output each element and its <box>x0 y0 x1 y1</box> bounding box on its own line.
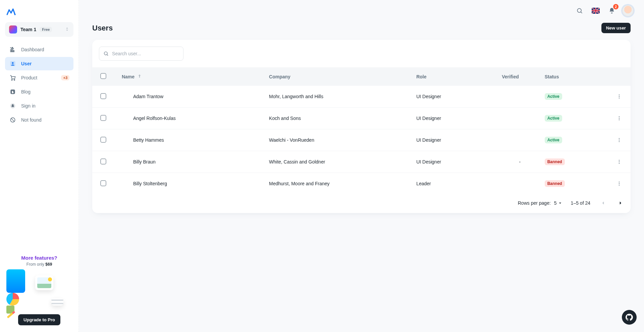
more-vertical-icon <box>616 159 622 164</box>
row-menu-button[interactable] <box>614 114 624 123</box>
col-company[interactable]: Company <box>266 67 413 86</box>
users-card: Name Company Role Verified Status Adam T… <box>92 40 631 213</box>
svg-point-22 <box>619 140 620 140</box>
cell-role: UI Designer <box>413 108 498 129</box>
user-icon <box>9 60 16 67</box>
svg-point-19 <box>619 118 620 119</box>
sidebar-item-blog[interactable]: Blog <box>5 85 73 98</box>
pagination-range: 1–5 of 24 <box>571 200 590 206</box>
cell-status: Active <box>541 86 608 108</box>
cell-status: Banned <box>541 151 608 173</box>
notifications-button[interactable]: 2 <box>606 5 617 16</box>
search-icon <box>103 51 109 57</box>
search-box[interactable] <box>99 47 183 61</box>
row-menu-button[interactable] <box>614 179 624 188</box>
app-logo[interactable] <box>6 7 16 16</box>
notifications-badge: 2 <box>613 4 619 9</box>
svg-point-27 <box>619 182 620 182</box>
sidebar-item-dashboard[interactable]: Dashboard <box>5 43 73 56</box>
svg-point-16 <box>619 96 620 97</box>
rows-per-page-select[interactable]: 5 <box>554 200 563 206</box>
cart-icon <box>9 74 16 81</box>
row-checkbox[interactable] <box>100 158 106 164</box>
row-checkbox[interactable] <box>100 115 106 121</box>
sidebar-item-product[interactable]: Product +3 <box>5 71 73 84</box>
team-switcher[interactable]: Team 1 Free <box>5 22 73 37</box>
row-checkbox[interactable] <box>100 93 106 99</box>
svg-point-8 <box>577 8 581 12</box>
cell-company: Mohr, Langworth and Hills <box>266 86 413 108</box>
table-row: Betty Hammes Waelchi - VonRueden UI Desi… <box>92 129 631 151</box>
topbar: 2 <box>79 0 644 21</box>
sidebar-item-user[interactable]: User <box>5 57 73 70</box>
upgrade-button[interactable]: Upgrade to Pro <box>18 314 60 325</box>
product-count-badge: +3 <box>61 75 69 80</box>
sidebar-item-label: Product <box>21 75 37 80</box>
row-checkbox[interactable] <box>100 180 106 186</box>
team-icon <box>9 25 17 34</box>
table-row: Adam Trantow Mohr, Langworth and Hills U… <box>92 86 631 108</box>
svg-point-4 <box>14 79 15 80</box>
svg-point-24 <box>619 160 620 160</box>
svg-point-17 <box>619 97 620 98</box>
svg-point-14 <box>104 52 107 55</box>
prev-page-button[interactable] <box>598 198 608 208</box>
main-area: 2 Users New user Name <box>79 0 644 332</box>
cell-verified <box>498 173 541 195</box>
new-user-button[interactable]: New user <box>601 23 631 33</box>
status-badge: Banned <box>545 158 565 165</box>
svg-point-3 <box>11 79 12 80</box>
cell-company: Medhurst, Moore and Franey <box>266 173 413 195</box>
cell-name: Angel Rolfson-Kulas <box>118 108 266 129</box>
chevron-right-icon <box>618 200 624 206</box>
svg-point-29 <box>619 185 620 185</box>
row-menu-button[interactable] <box>614 135 624 145</box>
sidebar: Team 1 Free Dashboard User Product +3 <box>0 0 79 332</box>
status-badge: Active <box>545 137 562 143</box>
svg-rect-13 <box>592 10 600 11</box>
github-icon <box>626 314 633 321</box>
col-status[interactable]: Status <box>541 67 608 86</box>
disabled-icon <box>9 116 16 124</box>
svg-point-28 <box>619 183 620 184</box>
chart-icon <box>9 46 16 53</box>
avatar[interactable] <box>622 5 634 17</box>
row-checkbox[interactable] <box>100 137 106 143</box>
row-menu-button[interactable] <box>614 92 624 101</box>
github-button[interactable] <box>622 310 637 325</box>
col-name[interactable]: Name <box>118 67 266 86</box>
svg-point-18 <box>619 116 620 117</box>
cell-verified: - <box>498 151 541 173</box>
search-icon <box>576 7 583 14</box>
promo-title: More features? <box>6 255 72 261</box>
cell-status: Active <box>541 108 608 129</box>
chevron-up-down-icon <box>65 27 69 32</box>
col-verified[interactable]: Verified <box>498 67 541 86</box>
sort-asc-icon <box>137 74 142 79</box>
table-row: Angel Rolfson-Kulas Koch and Sons UI Des… <box>92 108 631 129</box>
sidebar-item-label: User <box>21 61 32 66</box>
language-switch[interactable] <box>590 5 602 16</box>
chevron-left-icon <box>600 200 606 206</box>
cell-name: Billy Braun <box>118 151 266 173</box>
cell-name: Betty Hammes <box>118 129 266 151</box>
search-button[interactable] <box>574 5 585 16</box>
table-body: Adam Trantow Mohr, Langworth and Hills U… <box>92 86 631 194</box>
sidebar-item-sign-in[interactable]: Sign in <box>5 99 73 113</box>
row-menu-button[interactable] <box>614 157 624 167</box>
sidebar-item-label: Sign in <box>21 103 36 109</box>
search-input[interactable] <box>111 51 179 57</box>
sidebar-item-label: Blog <box>21 89 31 94</box>
search-section <box>92 40 631 67</box>
rows-per-page-label: Rows per page: <box>518 200 551 206</box>
team-name: Team 1 <box>20 27 36 32</box>
lock-icon <box>9 102 16 110</box>
more-vertical-icon <box>616 181 622 186</box>
cell-company: Waelchi - VonRueden <box>266 129 413 151</box>
select-all-checkbox[interactable] <box>100 73 106 79</box>
sidebar-item-label: Not found <box>21 117 42 123</box>
svg-point-2 <box>12 62 14 64</box>
next-page-button[interactable] <box>616 198 625 208</box>
col-role[interactable]: Role <box>413 67 498 86</box>
sidebar-item-not-found[interactable]: Not found <box>5 113 73 127</box>
